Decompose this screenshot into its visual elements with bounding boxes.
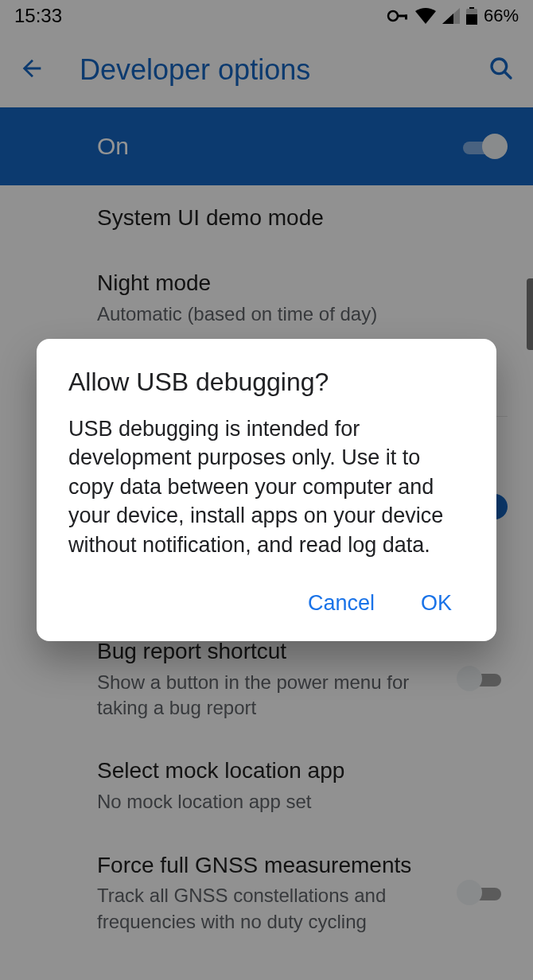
screen: 15:33 66% Developer options bbox=[0, 0, 533, 980]
modal-scrim[interactable]: Allow USB debugging? USB debugging is in… bbox=[0, 0, 533, 980]
ok-button[interactable]: OK bbox=[418, 583, 455, 624]
cancel-button[interactable]: Cancel bbox=[305, 583, 378, 624]
dialog-title: Allow USB debugging? bbox=[68, 368, 465, 397]
usb-debugging-dialog: Allow USB debugging? USB debugging is in… bbox=[37, 339, 496, 641]
dialog-body: USB debugging is intended for developmen… bbox=[68, 414, 465, 559]
dialog-actions: Cancel OK bbox=[68, 583, 465, 624]
